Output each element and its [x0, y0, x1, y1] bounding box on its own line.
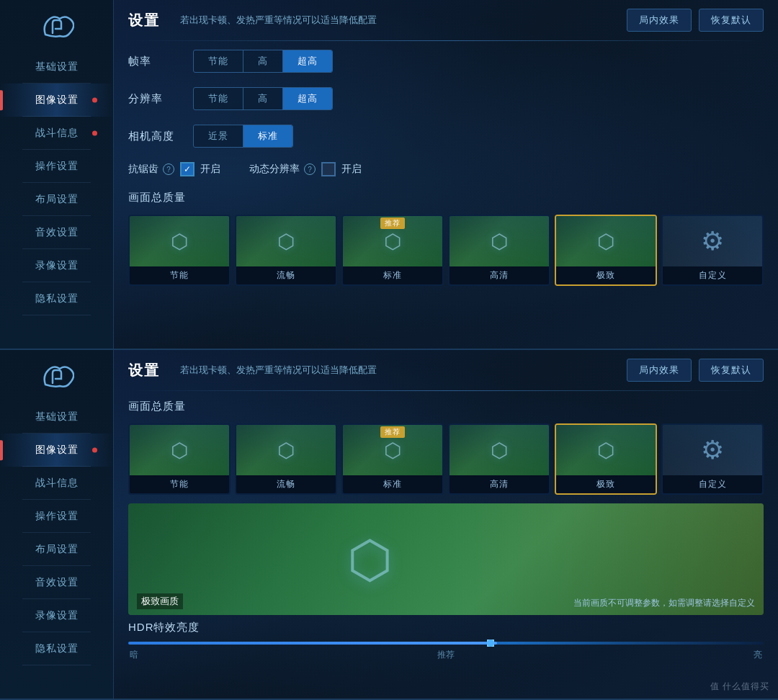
red-dot-image: [92, 98, 97, 103]
quality-ultra-icon-b: ⬡: [597, 439, 614, 462]
hdr-slider-labels: 暗 推荐 亮: [128, 649, 764, 661]
sidebar-bottom: 基础设置 图像设置 战斗信息 操作设置 布局设置 音效设置 录像设置 隐私设置: [0, 350, 114, 699]
quality-smooth-label: 流畅: [236, 266, 336, 284]
antialias-label: 抗锯齿 ?: [128, 163, 174, 176]
header-buttons-bottom: 局内效果 恢复默认: [627, 359, 764, 382]
gear-icon-bottom: ⚙: [701, 435, 724, 465]
sidebar-item-record-b[interactable]: 录像设置: [0, 599, 113, 632]
fps-option-ultra[interactable]: 超高: [283, 50, 332, 72]
hdr-title: HDR特效亮度: [128, 621, 764, 634]
red-dot-image-b: [92, 448, 97, 453]
res-option-eco[interactable]: 节能: [194, 88, 243, 109]
preview-image: ⬡ 极致画质 当前画质不可调整参数，如需调整请选择自定义: [128, 503, 764, 615]
header-row-top: 设置 若出现卡顿、发热严重等情况可以适当降低配置 局内效果 恢复默认: [128, 9, 764, 32]
res-option-ultra[interactable]: 超高: [283, 88, 332, 109]
fps-option-eco[interactable]: 节能: [194, 50, 243, 72]
quality-smooth-top[interactable]: ⬡ 流畅: [235, 215, 337, 286]
hdr-label-recommend: 推荐: [437, 649, 455, 661]
quality-smooth-label-b: 流畅: [236, 475, 336, 493]
recommend-badge-top: 推荐: [380, 217, 405, 229]
sidebar-item-layout-b[interactable]: 布局设置: [0, 533, 113, 566]
sidebar-item-audio-b[interactable]: 音效设置: [0, 566, 113, 599]
quality-standard-img-b: 推荐 ⬡: [343, 425, 442, 475]
quality-smooth-icon-b: ⬡: [277, 439, 295, 462]
camera-option-standard[interactable]: 标准: [243, 125, 292, 147]
antialias-help-icon[interactable]: ?: [163, 163, 174, 175]
dynamic-res-checkbox[interactable]: [321, 162, 336, 176]
btn-restore-bottom[interactable]: 恢复默认: [699, 359, 764, 382]
quality-section-label-top: 画面总质量: [128, 191, 764, 205]
btn-ingame-bottom[interactable]: 局内效果: [627, 359, 692, 382]
quality-hd-icon-b: ⬡: [491, 439, 508, 462]
antialias-checkbox[interactable]: [180, 162, 194, 176]
sidebar-item-image[interactable]: 图像设置: [0, 84, 113, 117]
resolution-label: 分辨率: [128, 92, 193, 106]
preview-hint: 当前画质不可调整参数，如需调整请选择自定义: [573, 597, 755, 609]
sidebar-item-basic[interactable]: 基础设置: [0, 50, 113, 84]
quality-hd-label: 高清: [450, 266, 549, 284]
quality-standard-icon-b: ⬡: [384, 439, 401, 462]
fps-option-high[interactable]: 高: [243, 50, 283, 72]
sidebar-item-combat-b[interactable]: 战斗信息: [0, 467, 113, 500]
logo-icon-bottom: [40, 363, 74, 389]
quality-standard-label-b: 标准: [343, 475, 442, 493]
sidebar-item-combat[interactable]: 战斗信息: [0, 117, 113, 150]
header-buttons-top: 局内效果 恢复默认: [627, 9, 764, 32]
res-option-high[interactable]: 高: [243, 88, 283, 109]
camera-option-close[interactable]: 近景: [194, 125, 243, 147]
quality-section-label-bottom: 画面总质量: [128, 400, 764, 413]
quality-hd-img: ⬡: [450, 216, 549, 266]
divider-bottom: [128, 390, 764, 391]
quality-ultra-top[interactable]: ⬡ 极致: [555, 215, 657, 286]
fps-row: 帧率 节能 高 超高: [128, 50, 764, 73]
sidebar-item-operation[interactable]: 操作设置: [0, 150, 113, 183]
logo-area-bottom: [0, 356, 113, 400]
sidebar-item-privacy-b[interactable]: 隐私设置: [0, 632, 113, 665]
sidebar-item-layout[interactable]: 布局设置: [0, 183, 113, 216]
quality-custom-bottom[interactable]: ⚙ 自定义: [661, 423, 764, 495]
quality-standard-icon: ⬡: [384, 230, 401, 253]
sidebar-item-record[interactable]: 录像设置: [0, 249, 113, 282]
quality-smooth-icon: ⬡: [277, 230, 295, 253]
quality-standard-bottom[interactable]: 推荐 ⬡ 标准: [341, 423, 444, 495]
quality-hd-bottom[interactable]: ⬡ 高清: [448, 423, 550, 495]
settings-title-top: 设置: [128, 11, 160, 30]
quality-smooth-bottom[interactable]: ⬡ 流畅: [235, 423, 337, 495]
quality-smooth-img-b: ⬡: [236, 425, 336, 475]
quality-ultra-label-b: 极致: [556, 475, 656, 493]
main-content-bottom: 设置 若出现卡顿、发热严重等情况可以适当降低配置 局内效果 恢复默认 画面总质量…: [114, 350, 778, 699]
quality-ultra-bottom[interactable]: ⬡ 极致: [555, 423, 657, 495]
quality-ultra-img: ⬡: [556, 216, 656, 266]
quality-hd-icon: ⬡: [491, 230, 508, 253]
quality-hd-img-b: ⬡: [450, 425, 549, 475]
sidebar-item-audio[interactable]: 音效设置: [0, 216, 113, 249]
quality-hd-top[interactable]: ⬡ 高清: [448, 215, 550, 286]
quality-custom-img-b: ⚙: [663, 425, 762, 475]
sidebar-item-basic-b[interactable]: 基础设置: [0, 400, 113, 434]
hdr-row: HDR特效亮度 暗 推荐 亮: [128, 621, 764, 661]
recommend-badge-bottom: 推荐: [380, 426, 405, 438]
quality-smooth-img: ⬡: [236, 216, 336, 266]
quality-eco-label: 节能: [130, 266, 229, 284]
antialias-open: 开启: [200, 163, 220, 176]
hdr-slider-fill: [128, 642, 497, 645]
quality-eco-top[interactable]: ⬡ 节能: [128, 215, 231, 286]
sidebar-item-privacy[interactable]: 隐私设置: [0, 282, 113, 315]
sidebar-item-operation-b[interactable]: 操作设置: [0, 500, 113, 533]
sidebar-item-image-b[interactable]: 图像设置: [0, 434, 113, 467]
quality-eco-bottom[interactable]: ⬡ 节能: [128, 423, 231, 495]
resolution-btn-group: 节能 高 超高: [193, 87, 333, 110]
hdr-slider-track[interactable]: [128, 642, 764, 645]
dynamic-res-help-icon[interactable]: ?: [304, 163, 316, 175]
quality-hd-label-b: 高清: [450, 475, 549, 493]
settings-title-bottom: 设置: [128, 361, 160, 380]
quality-standard-top[interactable]: 推荐 ⬡ 标准: [341, 215, 444, 286]
subtitle-bottom: 若出现卡顿、发热严重等情况可以适当降低配置: [180, 364, 615, 377]
btn-restore-top[interactable]: 恢复默认: [699, 9, 764, 32]
hdr-label-dark: 暗: [130, 649, 138, 661]
sidebar-top: 基础设置 图像设置 战斗信息 操作设置 布局设置 音效设置 录像设置 隐私设置: [0, 0, 114, 349]
panel-top: 基础设置 图像设置 战斗信息 操作设置 布局设置 音效设置 录像设置 隐私设置 …: [0, 0, 778, 350]
btn-ingame-top[interactable]: 局内效果: [627, 9, 692, 32]
quality-custom-top[interactable]: ⚙ 自定义: [661, 215, 764, 286]
preview-label: 极致画质: [137, 593, 183, 609]
